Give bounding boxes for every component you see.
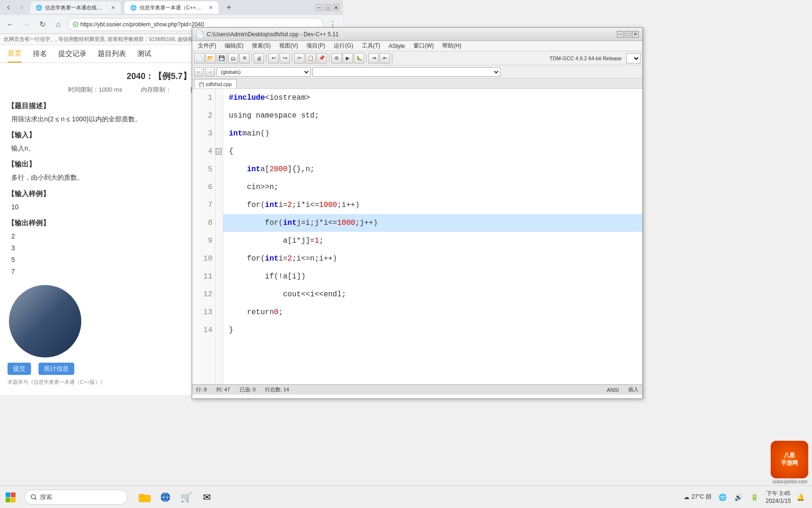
tb2-back[interactable]: ←	[194, 67, 203, 77]
line-num-2: 2	[192, 107, 215, 125]
code-line-3: int main()	[223, 125, 642, 143]
home-button[interactable]: ⌂	[52, 18, 65, 31]
nav-test[interactable]: 测试	[137, 46, 151, 62]
menu-window[interactable]: 窗口(W)	[410, 41, 437, 51]
devcpp-maximize[interactable]: □	[625, 31, 631, 38]
code-line-5: int a[2000]{},n;	[223, 160, 642, 178]
taskbar-browser[interactable]	[156, 488, 175, 507]
menu-edit[interactable]: 编辑(E)	[221, 41, 247, 51]
code-line-4: {	[223, 143, 642, 160]
tb-close[interactable]: ✕	[239, 53, 250, 64]
refresh-button[interactable]: ↻	[36, 18, 49, 31]
browser-nav-forward[interactable]	[17, 3, 26, 12]
tb-debug[interactable]: 🐛	[354, 53, 364, 64]
browser-minimize[interactable]: ─	[316, 4, 322, 11]
tb-print[interactable]: 🖨	[254, 53, 264, 64]
network-icon[interactable]: 🌐	[715, 490, 730, 505]
status-lines: 行总数: 14	[265, 386, 289, 393]
line-num-13: 13	[192, 303, 215, 321]
menu-search[interactable]: 搜索(S)	[248, 41, 274, 51]
back-button[interactable]: ←	[4, 18, 17, 31]
nav-rank[interactable]: 排名	[33, 46, 47, 62]
menu-run[interactable]: 运行(G)	[330, 41, 357, 51]
info-bar-text: 此网页含有一行信字、, 等信用数给积聚里里, 前辈程序教师群：515685166…	[4, 36, 219, 43]
line-numbers: 1 2 3 4 5 6 7 8 9 10 11 12 13 14	[192, 89, 216, 384]
time-display: 下午 3:45	[766, 490, 790, 498]
new-tab-button[interactable]: +	[222, 1, 235, 14]
nav-submissions[interactable]: 提交记录	[58, 46, 86, 62]
code-line-8: for(int j=i;j*i<=1000;j++)	[223, 214, 642, 232]
menu-file[interactable]: 文件(F)	[194, 41, 220, 51]
menu-tools[interactable]: 工具(T)	[358, 41, 384, 51]
globals-combo[interactable]: (globals)	[217, 67, 311, 77]
file-tab-sdfsfsd[interactable]: [*] sdfsfsd.cpp	[194, 79, 237, 88]
submit-button[interactable]: 提交	[8, 363, 31, 375]
forward-button[interactable]: →	[20, 18, 33, 31]
browser-maximize[interactable]: □	[324, 4, 331, 11]
compiler-label: TDM-GCC 4.9.2 64-bit Release	[546, 56, 625, 61]
stats-button[interactable]: 统计信息	[39, 363, 74, 375]
devcpp-toolbar-2: ← → (globals)	[192, 65, 642, 79]
browser-tab-1[interactable]: 🌐 信息学奥赛一本通在线测评系统 ✕	[30, 1, 121, 14]
code-line-9: a[i*j]=1;	[223, 232, 642, 250]
tb-save[interactable]: 💾	[217, 53, 227, 64]
taskbar-search[interactable]: 搜索	[24, 490, 128, 505]
svg-rect-3	[6, 498, 10, 502]
menu-view[interactable]: 视图(V)	[275, 41, 302, 51]
tb-open[interactable]: 📂	[205, 53, 216, 64]
tb2-forward[interactable]: →	[205, 67, 215, 77]
code-line-13: return 0;	[223, 303, 642, 321]
menu-astyle[interactable]: AStyle	[385, 42, 409, 50]
tab-close-1[interactable]: ✕	[111, 5, 115, 11]
taskbar-datetime[interactable]: 下午 3:45 2024/1/15	[766, 490, 791, 504]
tb-outdent[interactable]: ⇤	[380, 53, 390, 64]
svg-rect-2	[11, 492, 16, 497]
devcpp-close[interactable]: ✕	[632, 31, 639, 38]
devcpp-filetab: [*] sdfsfsd.cpp	[192, 79, 642, 89]
tb-paste[interactable]: 📌	[317, 53, 327, 64]
line-num-5: 5	[192, 160, 215, 178]
start-button[interactable]	[0, 487, 21, 508]
tb-cut[interactable]: ✂	[294, 53, 304, 64]
status-line: 行: 8	[196, 386, 207, 393]
tb-undo[interactable]: ↩	[268, 53, 279, 64]
volume-icon[interactable]: 🔊	[731, 490, 746, 505]
menu-help[interactable]: 帮助(H)	[438, 41, 465, 51]
compiler-select[interactable]	[626, 53, 640, 64]
nav-home[interactable]: 首页	[8, 45, 22, 63]
browser-tab-2[interactable]: 🌐 信息学奥赛一本通（C++版）在... ✕	[125, 1, 219, 14]
code-area[interactable]: #include<iostream> using namespace std; …	[223, 89, 642, 384]
tb-run[interactable]: ▶	[343, 53, 353, 64]
browser-close[interactable]: ✕	[333, 4, 339, 11]
battery-icon[interactable]: 🔋	[747, 490, 762, 505]
line-num-8: 8	[192, 214, 215, 232]
weather: ☁ 27°C 阴	[684, 493, 711, 501]
taskbar-apps: 🛒 ✉	[135, 488, 216, 507]
right-corner-widget: 八星手游网 www.lyshbx.com	[771, 441, 808, 484]
tb-redo[interactable]: ↪	[280, 53, 290, 64]
function-combo[interactable]	[312, 67, 500, 77]
toolbar-sep-4	[329, 54, 329, 63]
tb-indent[interactable]: ⇥	[368, 53, 379, 64]
fold-gutter: -	[216, 89, 223, 384]
taskbar-explorer[interactable]	[135, 488, 154, 507]
tb-copy[interactable]: 📋	[305, 53, 316, 64]
tab-close-2[interactable]: ✕	[209, 5, 213, 11]
notification-button[interactable]: 🔔	[795, 493, 806, 501]
tb-new[interactable]: 📄	[194, 53, 204, 64]
devcpp-menubar: 文件(F) 编辑(E) 搜索(S) 视图(V) 项目(P) 运行(G) 工具(T…	[192, 41, 642, 51]
menu-project[interactable]: 项目(P)	[303, 41, 329, 51]
fold-btn-4[interactable]: -	[216, 148, 222, 155]
date-display: 2024/1/15	[766, 498, 791, 504]
nav-problems[interactable]: 题目列表	[98, 46, 126, 62]
devcpp-minimize[interactable]: ─	[617, 31, 624, 38]
line-num-3: 3	[192, 125, 215, 143]
browser-nav-back[interactable]	[4, 3, 13, 12]
taskbar-mail[interactable]: ✉	[197, 488, 216, 507]
line-num-7: 7	[192, 196, 215, 214]
taskbar-store[interactable]: 🛒	[177, 488, 195, 507]
tb-saveall[interactable]: 🗂	[228, 53, 238, 64]
tb-compile[interactable]: ⚙	[331, 53, 342, 64]
address-text: https://ybt.ssoier.cn/problem_show.php?p…	[80, 21, 204, 28]
svg-rect-4	[11, 498, 16, 502]
